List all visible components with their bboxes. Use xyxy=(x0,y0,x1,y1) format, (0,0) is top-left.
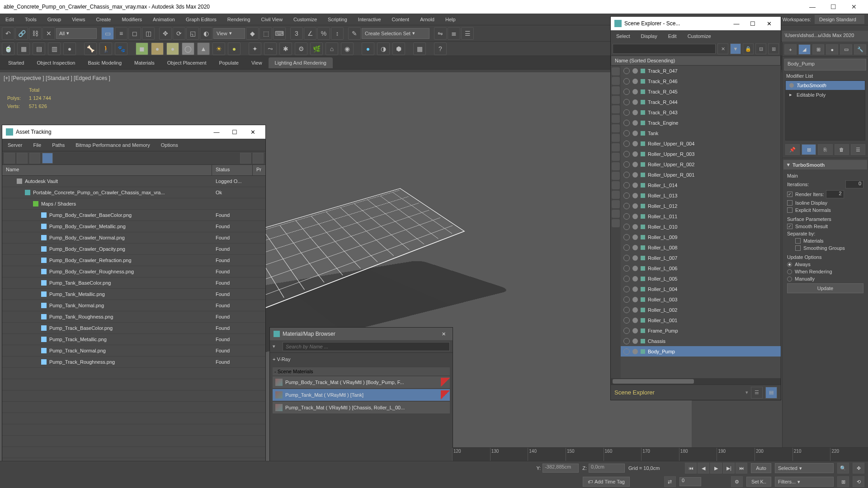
modifier-turbosmooth[interactable]: TurboSmooth xyxy=(786,81,865,90)
iterations-spinner[interactable]: 0 xyxy=(845,180,863,188)
freeze-icon[interactable] xyxy=(632,151,638,157)
display-tab[interactable]: ▭ xyxy=(840,44,852,55)
scene-item[interactable]: Roller_L_012 xyxy=(621,201,781,211)
material-row[interactable]: Pump_Track_Mat ( VRayMtl ) [Chassis, Rol… xyxy=(273,402,450,413)
timeline-tick[interactable]: 130 xyxy=(490,448,528,461)
se-type-icon[interactable] xyxy=(612,134,620,142)
visibility-icon[interactable] xyxy=(623,141,630,147)
menu-graph-editors[interactable]: Graph Editors xyxy=(180,14,222,25)
hierarchy-tab[interactable]: ⊞ xyxy=(812,44,825,55)
scene-item[interactable]: Track_R_043 xyxy=(621,107,781,117)
freeze-icon[interactable] xyxy=(632,224,638,230)
z-field[interactable]: 0,0cm xyxy=(589,464,625,473)
se-type-icon[interactable] xyxy=(612,191,620,199)
scene-item[interactable]: Roller_L_007 xyxy=(621,253,781,263)
scene-item[interactable]: Roller_L_004 xyxy=(621,284,781,294)
sphere-primitive-icon[interactable]: ● xyxy=(151,42,164,55)
layers-button[interactable]: ☰ xyxy=(461,27,474,40)
key-filter-dropdown[interactable]: Selected▾ xyxy=(775,463,834,473)
visibility-icon[interactable] xyxy=(623,317,630,324)
se-type-icon[interactable] xyxy=(612,143,620,151)
helper-icon[interactable]: ✱ xyxy=(279,42,292,55)
menu-civil-view[interactable]: Civil View xyxy=(256,14,288,25)
light-icon[interactable]: ☀ xyxy=(212,42,225,55)
freeze-icon[interactable] xyxy=(632,338,638,344)
asset-menu-file[interactable]: File xyxy=(28,142,47,148)
scene-item[interactable]: Roller_L_003 xyxy=(621,294,781,305)
se-hscroll[interactable] xyxy=(611,378,781,385)
freeze-icon[interactable] xyxy=(632,214,638,219)
se-footer-btn[interactable]: ▤ xyxy=(765,387,777,399)
current-frame-field[interactable]: 0 xyxy=(679,477,701,486)
se-search-input[interactable] xyxy=(613,44,716,54)
tab-lighting-rendering[interactable]: Lighting And Rendering xyxy=(269,57,333,68)
freeze-icon[interactable] xyxy=(632,172,638,178)
asset-row[interactable]: Pump_Track_Metallic.pngFound xyxy=(2,334,265,345)
smooth-result-check[interactable] xyxy=(787,224,793,229)
asset-tb-btn[interactable] xyxy=(17,153,28,164)
freeze-icon[interactable] xyxy=(632,328,638,333)
se-menu-edit[interactable]: Edit xyxy=(663,33,682,39)
scene-item[interactable]: Roller_L_011 xyxy=(621,211,781,221)
asset-row[interactable]: Pump_Track_BaseColor.pngFound xyxy=(2,323,265,334)
camera-icon[interactable]: ● xyxy=(362,42,374,55)
goto-start-button[interactable]: ⏮ xyxy=(685,463,697,474)
utilities-tab[interactable]: 🔧 xyxy=(854,44,866,55)
asset-tb-btn[interactable] xyxy=(253,153,264,164)
scene-item[interactable]: Roller_L_008 xyxy=(621,242,781,253)
scene-item[interactable]: Body_Pump xyxy=(621,346,781,357)
close-button[interactable]: ✕ xyxy=(438,331,449,337)
asset-row[interactable]: Autodesk VaultLogged O... xyxy=(2,176,265,187)
visibility-icon[interactable] xyxy=(623,99,630,105)
nav-icon[interactable]: ⟲ xyxy=(853,476,864,487)
material-titlebar[interactable]: Material/Map Browser ✕ xyxy=(270,328,453,340)
add-time-tag-button[interactable]: 🏷Add Time Tag xyxy=(583,477,630,487)
asset-tb-btn[interactable] xyxy=(4,153,15,164)
visibility-icon[interactable] xyxy=(623,109,630,116)
visibility-icon[interactable] xyxy=(623,328,630,334)
pin-stack-button[interactable]: 📌 xyxy=(785,144,800,155)
explicit-normals-check[interactable] xyxy=(787,207,793,213)
vray-group[interactable]: + V-Ray xyxy=(273,355,450,364)
se-type-icon[interactable] xyxy=(612,210,620,218)
col-status[interactable]: Status xyxy=(212,165,253,175)
expand-icon[interactable]: ⊞ xyxy=(768,43,779,54)
menu-tools[interactable]: Tools xyxy=(19,14,42,25)
extended-icon[interactable]: ◉ xyxy=(341,42,354,55)
asset-row[interactable]: Maps / Shaders xyxy=(2,198,265,210)
percent-snap-button[interactable]: % xyxy=(317,27,330,40)
freeze-icon[interactable] xyxy=(632,286,638,292)
menu-group[interactable]: Group xyxy=(42,14,67,25)
scene-explorer-window[interactable]: Scene Explorer - Sce... — ☐ ✕ Select Dis… xyxy=(610,16,781,400)
scene-item[interactable]: Roller_L_005 xyxy=(621,273,781,284)
update-button[interactable]: Update xyxy=(787,283,863,293)
freeze-icon[interactable] xyxy=(632,131,638,136)
asset-menu-options[interactable]: Options xyxy=(156,142,184,148)
visibility-icon[interactable] xyxy=(623,68,630,74)
scene-explorer-titlebar[interactable]: Scene Explorer - Sce... — ☐ ✕ xyxy=(611,17,781,30)
asset-row[interactable]: Pump_Body_Crawler_Normal.pngFound xyxy=(2,232,265,244)
asset-row[interactable]: Portable_Concrete_Pump_on_Crawler_Chassi… xyxy=(2,187,265,198)
visibility-icon[interactable] xyxy=(623,348,630,355)
render-iters-spinner[interactable]: 2 xyxy=(826,190,844,198)
foliage-icon[interactable]: 🌿 xyxy=(310,42,323,55)
se-type-icon[interactable] xyxy=(612,124,620,132)
menu-content[interactable]: Content xyxy=(387,14,415,25)
se-type-icon[interactable] xyxy=(612,181,620,189)
asset-row[interactable]: Pump_Track_Normal.pngFound xyxy=(2,345,265,357)
refcoord-dropdown[interactable]: View▾ xyxy=(213,28,245,39)
particle-icon[interactable]: ✦ xyxy=(249,42,261,55)
filter-dropdown[interactable]: All▾ xyxy=(56,28,97,39)
visibility-icon[interactable] xyxy=(623,234,630,240)
nav-icon[interactable]: ⊞ xyxy=(837,476,849,487)
se-footer-btn[interactable]: ☰ xyxy=(751,387,763,399)
asset-tb-btn[interactable] xyxy=(29,153,40,164)
visibility-icon[interactable] xyxy=(623,151,630,157)
material-row[interactable]: Pump_Body_Track_Mat ( VRayMtl ) [Body_Pu… xyxy=(273,376,450,388)
align-button[interactable]: ≣ xyxy=(448,27,460,40)
undo-button[interactable]: ↶ xyxy=(2,27,14,40)
material-editor-icon[interactable]: ● xyxy=(63,42,76,55)
update-render-radio[interactable] xyxy=(787,269,792,274)
asset-menu-bitmap[interactable]: Bitmap Performance and Memory xyxy=(70,142,155,148)
show-end-result-button[interactable]: ⊞ xyxy=(802,144,816,155)
